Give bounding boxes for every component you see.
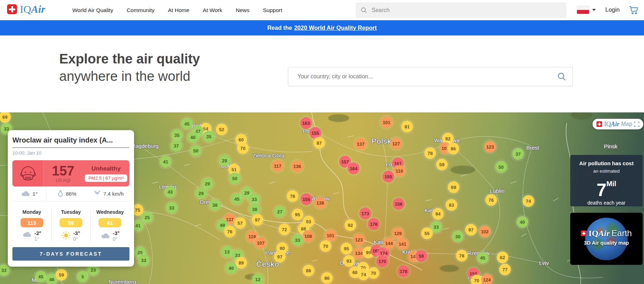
aqi-marker[interactable]: 78 xyxy=(424,147,436,159)
aqi-marker[interactable]: 38 xyxy=(209,199,221,211)
aqi-marker[interactable]: 97 xyxy=(274,251,286,263)
aqi-marker[interactable]: 59 xyxy=(56,269,67,281)
fullscreen-icon[interactable] xyxy=(634,122,639,127)
aqi-marker[interactable]: 97 xyxy=(252,214,263,226)
aqi-marker[interactable]: 137 xyxy=(355,138,367,150)
aqi-marker[interactable]: 41 xyxy=(160,156,172,168)
aqi-marker[interactable]: 13 xyxy=(221,246,233,258)
aqi-marker[interactable]: 62 xyxy=(497,252,509,263)
aqi-marker[interactable]: 50 xyxy=(495,161,507,173)
aqi-marker[interactable]: 163 xyxy=(300,117,312,129)
aqi-marker[interactable]: 55 xyxy=(421,228,433,239)
nav-item-news[interactable]: News xyxy=(236,7,250,13)
aqi-marker[interactable]: 176 xyxy=(368,218,380,230)
nav-item-at-home[interactable]: At Home xyxy=(168,7,189,13)
aqi-marker[interactable]: 95 xyxy=(341,243,352,255)
aqi-marker[interactable]: 70 xyxy=(237,143,249,154)
aqi-marker[interactable]: 123 xyxy=(353,234,365,246)
aqi-marker[interactable]: 170 xyxy=(377,256,388,267)
air-pollution-deaths-widget[interactable]: Air pollution has cost an estimated 7Mil… xyxy=(570,155,643,206)
aqi-marker[interactable]: 74 xyxy=(523,195,534,207)
aqi-marker[interactable]: 45 xyxy=(35,271,47,283)
aqi-marker[interactable]: 164 xyxy=(348,163,360,174)
aqi-marker[interactable]: 92 xyxy=(345,219,356,231)
aqi-marker[interactable]: 29 xyxy=(219,155,231,167)
aqi-marker[interactable]: 87 xyxy=(313,137,325,149)
aqi-marker[interactable]: 155 xyxy=(301,194,312,205)
aqi-marker[interactable]: 86 xyxy=(448,143,459,155)
aqi-marker[interactable]: 37 xyxy=(171,140,182,152)
aqi-marker[interactable]: 86 xyxy=(303,265,315,277)
aqi-marker[interactable]: 33 xyxy=(292,234,304,246)
iqair-map-toggle[interactable]: IQAir Map xyxy=(593,119,643,129)
aqi-marker[interactable]: 89 xyxy=(235,257,247,269)
header-search-box[interactable] xyxy=(356,2,566,18)
aqi-marker[interactable]: 43 xyxy=(165,186,176,198)
aqi-marker[interactable]: 70 xyxy=(368,267,379,279)
nav-item-at-work[interactable]: At Work xyxy=(203,7,222,13)
aqi-marker[interactable]: 50 xyxy=(190,145,202,157)
nav-item-world-air-quality[interactable]: World Air Quality xyxy=(72,7,113,13)
aqi-marker[interactable]: 5 xyxy=(77,271,89,283)
aqi-marker[interactable]: 30 xyxy=(452,231,464,243)
location-search-box[interactable] xyxy=(288,67,573,86)
seven-day-forecast-button[interactable]: 7-DAYS FORECAST xyxy=(12,247,129,261)
nav-item-support[interactable]: Support xyxy=(263,7,282,13)
aqi-marker[interactable]: 129 xyxy=(392,228,404,239)
language-selector[interactable] xyxy=(577,6,596,14)
aqi-marker[interactable]: 144 xyxy=(383,238,395,249)
aqi-marker[interactable]: 107 xyxy=(255,237,267,249)
aqi-marker[interactable]: 95 xyxy=(292,209,304,221)
shopping-cart-icon[interactable] xyxy=(628,5,639,17)
aqi-marker[interactable]: 25 xyxy=(141,212,153,223)
aqi-marker[interactable]: 77 xyxy=(499,264,511,275)
aqi-marker[interactable]: 45 xyxy=(477,252,489,264)
aqi-marker[interactable]: 57 xyxy=(234,217,246,229)
aqi-marker[interactable]: 94 xyxy=(432,208,444,220)
aqi-marker[interactable]: 69 xyxy=(448,182,460,193)
aqi-marker[interactable]: 35 xyxy=(203,131,215,143)
aqi-marker[interactable]: 40 xyxy=(517,216,528,228)
aqi-marker[interactable]: 141 xyxy=(397,238,409,250)
aqi-marker[interactable]: 45 xyxy=(181,118,193,130)
header-search-input[interactable] xyxy=(371,7,561,14)
aqi-marker[interactable]: 27 xyxy=(274,206,286,218)
aqi-marker[interactable]: 37 xyxy=(512,148,524,160)
aqi-marker[interactable]: 50 xyxy=(229,173,241,184)
aqi-marker[interactable]: 136 xyxy=(292,161,303,172)
aqi-marker[interactable]: 101 xyxy=(381,117,393,128)
aqi-marker[interactable]: 33 xyxy=(166,202,178,214)
aqi-marker[interactable]: 101 xyxy=(325,230,337,241)
aqi-marker[interactable]: 127 xyxy=(390,138,402,150)
aqi-marker[interactable]: 178 xyxy=(398,266,410,277)
aqi-marker[interactable]: 76 xyxy=(485,194,497,206)
iqair-logo[interactable]: IQAir xyxy=(7,4,45,15)
aqi-marker[interactable]: 86 xyxy=(321,272,333,284)
aqi-marker[interactable]: 102 xyxy=(479,226,491,238)
aqi-marker[interactable]: 59 xyxy=(416,250,427,262)
aqi-marker[interactable]: 93 xyxy=(343,255,355,267)
aqi-marker[interactable]: 155 xyxy=(383,171,394,183)
aqi-marker[interactable]: 108 xyxy=(302,230,314,242)
aqi-marker[interactable]: 76 xyxy=(287,190,299,202)
aqi-marker[interactable]: 81 xyxy=(401,121,413,133)
aqi-marker[interactable]: 12 xyxy=(252,274,264,284)
aqi-marker[interactable]: 124 xyxy=(481,274,493,284)
aqi-marker[interactable]: 72 xyxy=(279,224,290,235)
aqi-marker[interactable]: 38 xyxy=(249,204,261,215)
aqi-marker[interactable]: 78 xyxy=(456,250,468,262)
aqi-marker[interactable]: 40 xyxy=(226,262,237,274)
aqi-marker[interactable]: 156 xyxy=(393,198,405,210)
aqi-marker[interactable]: 59 xyxy=(436,159,448,171)
location-search-input[interactable] xyxy=(297,73,557,80)
report-link[interactable]: 2020 World Air Quality Report xyxy=(294,24,377,31)
aqi-marker[interactable]: 123 xyxy=(484,141,496,153)
aqi-marker[interactable]: 76 xyxy=(224,226,236,238)
aqi-marker[interactable]: 70 xyxy=(320,240,332,252)
aqi-marker[interactable]: 52 xyxy=(216,124,228,135)
aqi-marker[interactable]: 83 xyxy=(446,199,457,211)
aqi-marker[interactable]: 117 xyxy=(272,160,284,172)
aqi-marker[interactable]: 35 xyxy=(171,129,183,141)
aqi-marker[interactable]: 110 xyxy=(394,165,405,177)
aqi-marker[interactable]: 97 xyxy=(465,224,477,236)
